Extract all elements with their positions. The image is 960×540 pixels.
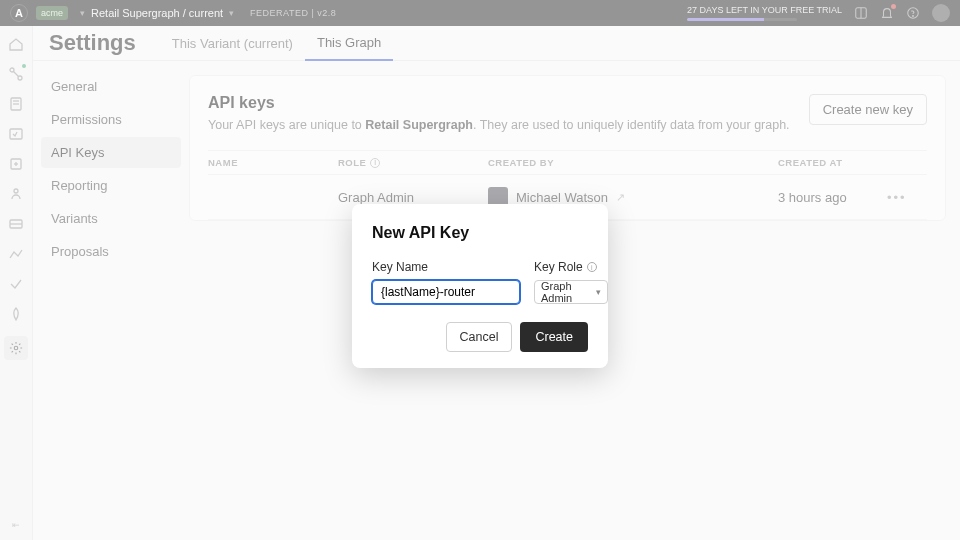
key-role-select[interactable]: Graph Admin▾ (534, 280, 608, 304)
cancel-button[interactable]: Cancel (446, 322, 513, 352)
modal-title: New API Key (372, 224, 588, 242)
new-api-key-modal: New API Key Key Name Key Rolei Graph Adm… (352, 204, 608, 368)
key-name-input[interactable] (372, 280, 520, 304)
create-button[interactable]: Create (520, 322, 588, 352)
chevron-down-icon: ▾ (596, 287, 601, 297)
key-role-label: Key Rolei (534, 260, 608, 274)
key-name-label: Key Name (372, 260, 520, 274)
info-icon[interactable]: i (587, 262, 597, 272)
